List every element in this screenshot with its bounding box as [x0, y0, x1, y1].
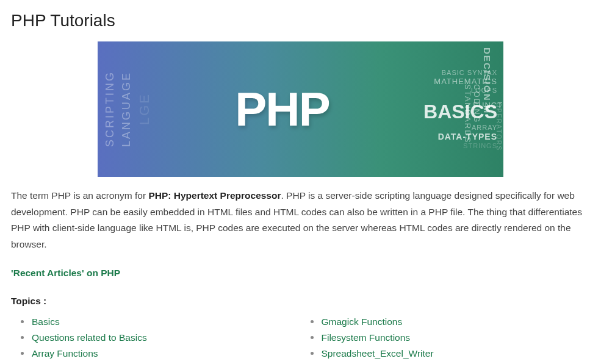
banner-word-scripting: SCRIPTING [104, 71, 117, 147]
list-item: Filesystem Functions [313, 330, 591, 346]
banner-word-basic-syntax: BASIC SYNTAX [442, 69, 497, 76]
topic-link-gmagick-functions[interactable]: Gmagick Functions [322, 316, 403, 327]
banner-word-faint: LGE [137, 93, 153, 125]
topic-link-questions-basics[interactable]: Questions related to Basics [32, 332, 147, 343]
intro-pre: The term PHP is an acronym for [11, 190, 148, 201]
hero-banner: SCRIPTING LANGUAGE LGE PHP DECISION M CO… [98, 41, 503, 177]
banner-word-mathematics: MATHEMATICS [434, 77, 497, 86]
topic-link-filesystem-functions[interactable]: Filesystem Functions [322, 332, 411, 343]
recent-articles-link[interactable]: 'Recent Articles' on PHP [11, 268, 590, 279]
list-item: Spreadsheet_Excel_Writer [313, 346, 591, 362]
topics-heading: Topics : [11, 296, 590, 307]
list-item: Basics [23, 314, 301, 330]
banner-word-functions: FUNCTIONS [473, 101, 503, 110]
list-item: Gmagick Functions [313, 314, 591, 330]
banner-word-array: ARRAY [472, 124, 497, 131]
topic-link-array-functions[interactable]: Array Functions [32, 348, 98, 359]
intro-paragraph: The term PHP is an acronym for PHP: Hype… [11, 188, 590, 253]
list-item: Questions related to Basics [23, 330, 301, 346]
topics-column-right: Gmagick Functions Filesystem Functions S… [301, 314, 591, 362]
topic-link-basics[interactable]: Basics [32, 316, 60, 327]
topics-columns: Basics Questions related to Basics Array… [11, 314, 590, 362]
banner-word-data-types: DATA-TYPES [438, 132, 497, 141]
intro-bold: PHP: Hypertext Preprocessor [148, 190, 281, 201]
banner-right-words: BASIC SYNTAX MATHEMATICS LOOPS FUNCTIONS… [394, 41, 503, 177]
topics-column-left: Basics Questions related to Basics Array… [11, 314, 301, 362]
banner-main-text: PHP [235, 82, 329, 137]
banner-word-language: LANGUAGE [120, 71, 133, 147]
topic-link-spreadsheet-excel-writer[interactable]: Spreadsheet_Excel_Writer [322, 348, 434, 359]
list-item: Array Functions [23, 346, 301, 362]
banner-word-strings: STRINGS [463, 142, 497, 149]
banner-left-words: SCRIPTING LANGUAGE LGE [104, 41, 153, 177]
page-title: PHP Tutorials [11, 11, 590, 30]
